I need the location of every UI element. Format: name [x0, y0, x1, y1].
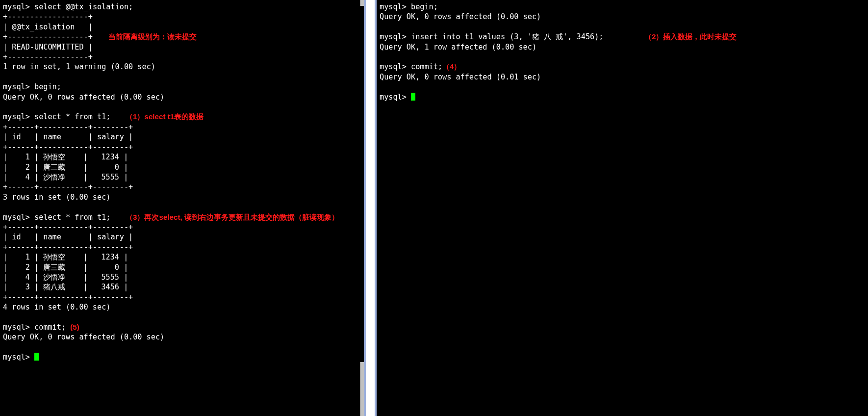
- cmd-select-2: mysql> select * from t1;（3）再次select, 读到右…: [3, 212, 361, 222]
- scrollbar-thumb[interactable]: [360, 362, 364, 416]
- scrollbar-up-icon[interactable]: [360, 0, 364, 6]
- table-border: +------+-----------+--------+: [3, 292, 361, 302]
- table-header: | id | name | salary |: [3, 132, 361, 142]
- blank-line: [3, 202, 361, 212]
- table-border: +------+-----------+--------+: [3, 242, 361, 252]
- cmd-insert: mysql> insert into t1 values (3, '猪 八 戒'…: [380, 32, 865, 42]
- annotation-step-5: (5): [70, 323, 79, 331]
- table-border: +------+-----------+--------+: [3, 142, 361, 152]
- left-terminal[interactable]: mysql> select @@tx_isolation; +---------…: [0, 0, 366, 416]
- cmd-select-isolation: mysql> select @@tx_isolation;: [3, 2, 361, 12]
- cmd-begin: mysql> begin;: [380, 2, 865, 12]
- table-row: | 4 | 沙悟净 | 5555 |: [3, 172, 361, 182]
- blank-line: [380, 82, 865, 92]
- cursor-icon: [34, 353, 39, 361]
- pane-divider: [366, 0, 375, 416]
- blank-line: [3, 72, 361, 82]
- annotation-isolation: 当前隔离级别为：读未提交: [108, 32, 197, 42]
- table-border: +------------------+: [3, 52, 361, 62]
- cmd-select-1: mysql> select * from t1;（1）select t1表的数据: [3, 112, 361, 122]
- table-border: +------+-----------+--------+: [3, 222, 361, 232]
- terminal-split-view: mysql> select @@tx_isolation; +---------…: [0, 0, 868, 416]
- table-border: +------------------+当前隔离级别为：读未提交: [3, 32, 361, 42]
- annotation-step-1: （1）select t1表的数据: [126, 112, 204, 122]
- isolation-value: | READ-UNCOMMITTED |: [3, 42, 361, 52]
- query-ok: Query OK, 0 rows affected (0.01 sec): [380, 72, 865, 82]
- query-ok: Query OK, 1 row affected (0.00 sec): [380, 42, 865, 52]
- cmd-commit: mysql> commit; (5): [3, 322, 361, 332]
- query-ok: Query OK, 0 rows affected (0.00 sec): [3, 332, 361, 342]
- blank-line: [380, 52, 865, 62]
- table-header: | @@tx_isolation |: [3, 22, 361, 32]
- table-border: +------+-----------+--------+: [3, 122, 361, 132]
- cursor-icon: [411, 93, 415, 101]
- table-row: | 1 | 孙悟空 | 1234 |: [3, 152, 361, 162]
- cmd-commit: mysql> commit;（4）: [380, 62, 865, 72]
- query-ok: Query OK, 0 rows affected (0.00 sec): [3, 92, 361, 102]
- blank-line: [380, 22, 865, 32]
- result-summary: 4 rows in set (0.00 sec): [3, 302, 361, 312]
- annotation-step-4: （4）: [442, 62, 461, 71]
- annotation-step-3: （3）再次select, 读到右边事务更新且未提交的数据（脏读现象）: [126, 212, 339, 222]
- cmd-begin: mysql> begin;: [3, 82, 361, 92]
- blank-line: [3, 102, 361, 112]
- table-row: | 3 | 猪八戒 | 3456 |: [3, 282, 361, 292]
- prompt-idle: mysql>: [3, 352, 361, 362]
- annotation-step-2: （2）插入数据，此时未提交: [644, 32, 737, 42]
- table-border: +------------------+: [3, 12, 361, 22]
- table-row: | 2 | 唐三藏 | 0 |: [3, 262, 361, 272]
- result-summary: 1 row in set, 1 warning (0.00 sec): [3, 62, 361, 72]
- prompt-idle: mysql>: [380, 92, 865, 102]
- table-row: | 2 | 唐三藏 | 0 |: [3, 162, 361, 172]
- blank-line: [3, 312, 361, 322]
- query-ok: Query OK, 0 rows affected (0.00 sec): [380, 12, 865, 22]
- right-terminal[interactable]: mysql> begin; Query OK, 0 rows affected …: [375, 0, 868, 416]
- table-border: +------+-----------+--------+: [3, 182, 361, 192]
- result-summary: 3 rows in set (0.00 sec): [3, 192, 361, 202]
- table-row: | 4 | 沙悟净 | 5555 |: [3, 272, 361, 282]
- blank-line: [3, 342, 361, 352]
- table-header: | id | name | salary |: [3, 232, 361, 242]
- table-row: | 1 | 孙悟空 | 1234 |: [3, 252, 361, 262]
